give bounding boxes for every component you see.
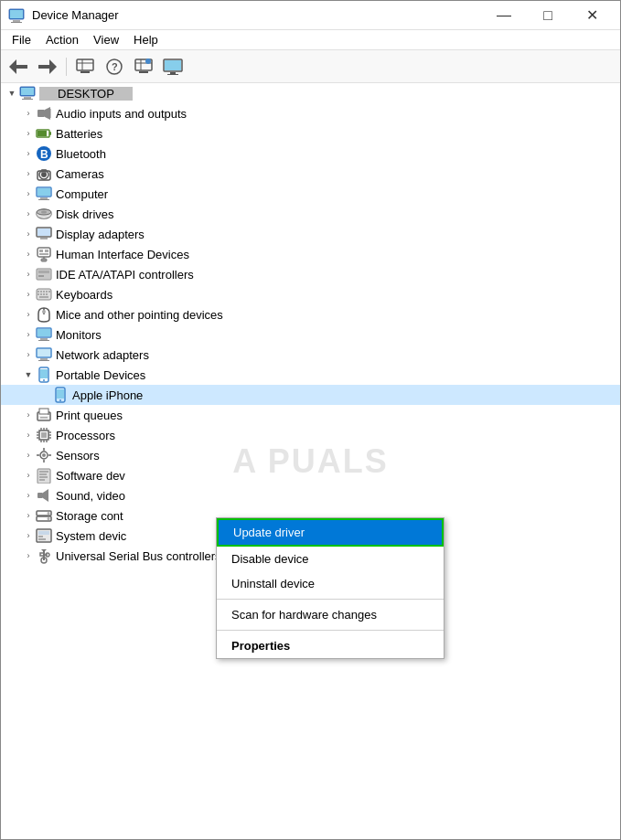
svg-rect-24: [22, 99, 33, 100]
window-title: Device Manager: [32, 8, 483, 22]
ide-label: IDE ATA/ATAPI controllers: [56, 268, 194, 282]
svg-rect-52: [41, 259, 47, 261]
device-manager-window: Device Manager — □ ✕ File Action View He…: [0, 0, 621, 840]
svg-rect-76: [37, 349, 50, 356]
printq-label: Print queues: [56, 409, 123, 422]
tree-item-iphone[interactable]: › Apple iPhone: [1, 385, 620, 405]
hid-label: Human Interface Devices: [56, 248, 189, 261]
svg-rect-125: [38, 538, 46, 540]
tree-item-cameras[interactable]: › Cameras: [1, 164, 620, 184]
toolbar-btn-5[interactable]: [130, 54, 157, 80]
svg-marker-116: [43, 489, 48, 502]
monitors-label: Monitors: [56, 328, 102, 342]
portable-expand-icon: ▼: [21, 367, 36, 382]
sysdev-label: System devic: [56, 529, 126, 543]
cameras-icon: [36, 165, 52, 182]
root-computer-icon: [19, 85, 36, 101]
svg-rect-63: [48, 291, 50, 292]
tree-item-display[interactable]: › Display adapters: [1, 224, 620, 244]
sound-icon: [36, 487, 52, 504]
tree-item-sensors[interactable]: › Sensors: [1, 445, 620, 465]
tree-item-printq[interactable]: › Print queues: [1, 405, 620, 425]
audio-expand-icon: ›: [21, 106, 36, 121]
ctx-disable-device[interactable]: Disable device: [217, 547, 444, 571]
svg-rect-115: [37, 493, 43, 498]
maximize-button[interactable]: □: [527, 1, 569, 30]
context-menu: Update driver Disable device Uninstall d…: [216, 517, 444, 659]
bluetooth-label: Bluetooth: [56, 147, 106, 161]
tree-root[interactable]: ▼ DESKTOP: [1, 83, 620, 103]
toolbar-btn-3[interactable]: [71, 54, 99, 80]
sensors-icon: [36, 447, 52, 463]
tree-item-monitors[interactable]: › Monitors: [1, 324, 620, 345]
sound-label: Sound, video: [56, 489, 125, 503]
minimize-button[interactable]: —: [483, 1, 525, 30]
svg-point-105: [42, 453, 46, 457]
network-expand-icon: ›: [21, 347, 36, 362]
svg-rect-73: [40, 338, 48, 340]
ctx-properties[interactable]: Properties: [217, 633, 444, 658]
display-icon: [36, 226, 52, 242]
close-button[interactable]: ✕: [571, 1, 613, 30]
tree-item-portable[interactable]: ▼ Portable Devices: [1, 365, 620, 385]
svg-rect-112: [39, 473, 47, 475]
tree-item-network[interactable]: › Network adapters: [1, 345, 620, 365]
svg-point-120: [48, 517, 50, 520]
toolbar-monitor[interactable]: [159, 54, 187, 80]
svg-rect-1: [13, 20, 20, 22]
window-controls: — □ ✕: [483, 1, 613, 30]
toolbar-help[interactable]: ?: [101, 54, 128, 80]
svg-text:B: B: [40, 148, 48, 161]
portable-label: Portable Devices: [56, 368, 145, 382]
processors-label: Processors: [56, 429, 115, 442]
svg-rect-67: [46, 293, 48, 295]
ide-icon: [36, 266, 52, 282]
svg-point-44: [41, 211, 47, 214]
monitors-expand-icon: ›: [21, 327, 36, 342]
svg-point-89: [48, 413, 49, 415]
mice-icon: [36, 306, 52, 323]
tree-item-bluetooth[interactable]: › B Bluetooth: [1, 144, 620, 164]
svg-rect-50: [45, 250, 48, 252]
svg-rect-3: [10, 10, 23, 18]
tree-area[interactable]: ▼ DESKTOP › Audio inputs: [1, 83, 620, 839]
menu-help[interactable]: Help: [126, 31, 166, 48]
tree-item-batteries[interactable]: › Batteries: [1, 123, 620, 144]
menu-action[interactable]: Action: [38, 31, 86, 48]
sound-expand-icon: ›: [21, 488, 36, 503]
svg-point-84: [59, 399, 61, 401]
tree-item-keyboards[interactable]: › Keyboards: [1, 284, 620, 304]
tree-item-hid[interactable]: › Human Interface Devices: [1, 244, 620, 264]
tree-item-disk[interactable]: › Disk drives: [1, 204, 620, 224]
bluetooth-expand-icon: ›: [21, 146, 36, 161]
svg-rect-38: [37, 188, 50, 196]
mice-expand-icon: ›: [21, 307, 36, 322]
menu-file[interactable]: File: [5, 31, 38, 48]
sensors-label: Sensors: [56, 449, 100, 463]
tree-item-computer[interactable]: › Computer: [1, 184, 620, 204]
svg-marker-5: [38, 59, 57, 74]
tree-item-audio[interactable]: › Audio inputs and outputs: [1, 103, 620, 123]
menu-bar: File Action View Help: [1, 30, 620, 50]
ctx-update-driver[interactable]: Update driver: [217, 518, 444, 547]
tree-item-sound[interactable]: › Sound, video: [1, 485, 620, 505]
tree-item-mice[interactable]: › Mice and other pointing devices: [1, 304, 620, 324]
network-icon: [36, 346, 52, 363]
svg-point-81: [43, 379, 45, 381]
tree-item-ide[interactable]: › IDE ATA/ATAPI controllers: [1, 264, 620, 284]
svg-rect-68: [39, 296, 48, 298]
ctx-scan-hardware[interactable]: Scan for hardware changes: [217, 602, 444, 627]
tree-item-softdev[interactable]: › Software dev: [1, 465, 620, 485]
toolbar-forward[interactable]: [34, 54, 61, 80]
toolbar-back[interactable]: [5, 54, 32, 80]
svg-text:?: ?: [112, 61, 118, 72]
audio-icon: [36, 105, 52, 122]
svg-rect-2: [11, 22, 22, 23]
monitors-icon: [36, 326, 52, 343]
svg-rect-49: [39, 250, 43, 252]
ctx-uninstall-device[interactable]: Uninstall device: [217, 571, 444, 596]
hid-icon: [36, 246, 52, 262]
batteries-expand-icon: ›: [21, 126, 36, 141]
tree-item-processors[interactable]: › Proces: [1, 425, 620, 445]
menu-view[interactable]: View: [86, 31, 126, 48]
